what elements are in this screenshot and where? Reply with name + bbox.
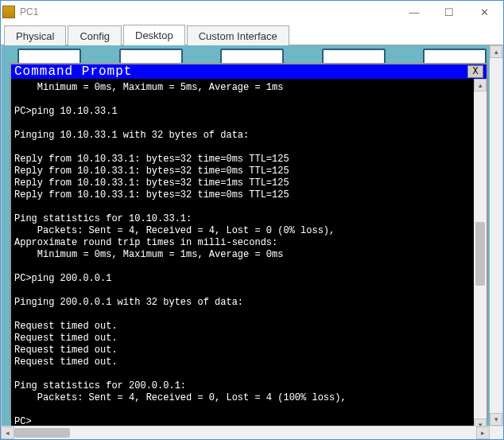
tab-desktop[interactable]: Desktop [123,25,185,45]
scroll-down-icon[interactable]: ▾ [474,419,487,426]
scroll-up-icon[interactable]: ▴ [474,79,487,92]
tab-physical[interactable]: Physical [4,25,66,45]
close-button[interactable]: ✕ [467,1,502,23]
maximize-button[interactable]: ☐ [432,1,467,23]
command-prompt-titlebar: Command Prompt X [11,64,487,79]
scroll-corner [490,426,503,439]
hscroll-thumb[interactable] [14,428,70,438]
command-prompt-body: Minimum = 0ms, Maximum = 5ms, Average = … [11,79,487,426]
tab-custom-interface[interactable]: Custom Interface [187,25,289,45]
tab-bar: Physical Config Desktop Custom Interface [1,23,503,45]
desktop-area: Command Prompt X Minimum = 0ms, Maximum … [1,45,503,426]
scroll-thumb[interactable] [475,222,485,286]
minimize-button[interactable]: — [397,1,432,23]
command-prompt-close-button[interactable]: X [467,65,483,78]
app-icon [2,6,15,18]
command-prompt-window: Command Prompt X Minimum = 0ms, Maximum … [10,63,488,419]
command-prompt-scrollbar[interactable]: ▴ ▾ [474,79,487,426]
tab-config[interactable]: Config [68,25,122,45]
command-prompt-title: Command Prompt [14,64,467,79]
window-title: PC1 [20,6,38,18]
scroll-track[interactable] [474,92,487,419]
scroll-left-icon[interactable]: ◂ [1,426,14,439]
scroll-down-icon[interactable]: ▾ [490,413,502,426]
outer-vertical-scrollbar[interactable]: ▴ ▾ [490,45,502,426]
titlebar: PC1 — ☐ ✕ [1,1,503,23]
command-prompt-output[interactable]: Minimum = 0ms, Maximum = 5ms, Average = … [11,79,474,426]
scroll-up-icon[interactable]: ▴ [490,45,502,58]
horizontal-scrollbar[interactable]: ◂ ▸ [1,426,503,439]
app-window: PC1 — ☐ ✕ Physical Config Desktop Custom… [0,0,504,440]
hscroll-track[interactable] [14,426,476,439]
scroll-right-icon[interactable]: ▸ [476,426,490,439]
